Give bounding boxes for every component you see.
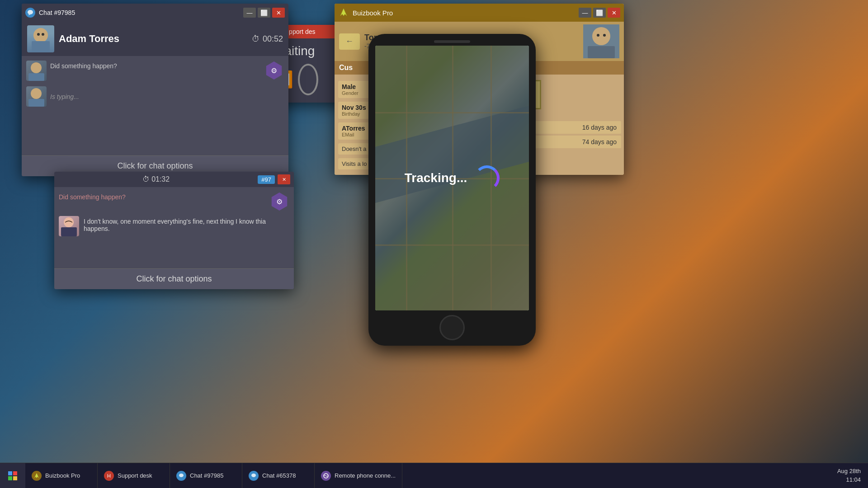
taskbar-chat1-icon bbox=[176, 471, 186, 481]
bb-avatar bbox=[583, 24, 619, 58]
doesnt-value: Doesn't a bbox=[342, 145, 367, 152]
taskbar-chat2-icon bbox=[249, 471, 259, 481]
taskbar-remote-label: Remote phone conne... bbox=[335, 472, 396, 479]
back-button[interactable]: ← bbox=[339, 33, 360, 50]
chat-lower-close[interactable]: ✕ bbox=[278, 174, 290, 184]
user-name: Adam Torres bbox=[59, 33, 119, 45]
buizbook-logo bbox=[338, 7, 349, 18]
taskbar: Buizbook Pro H Support desk Chat #97985 … bbox=[0, 463, 868, 488]
loading-spinner bbox=[474, 165, 500, 191]
buizbook-close[interactable]: ✕ bbox=[608, 8, 620, 18]
window-controls: — ⬜ ✕ bbox=[243, 8, 285, 18]
buizbook-minimize[interactable]: — bbox=[579, 8, 591, 18]
taskbar-chat1[interactable]: Chat #97985 bbox=[170, 463, 242, 488]
hex-badge-1: ⚙ bbox=[265, 61, 283, 80]
svg-point-22 bbox=[251, 474, 256, 477]
taskbar-buizbook[interactable]: Buizbook Pro bbox=[25, 463, 98, 488]
buizbook-maximize[interactable]: ⬜ bbox=[593, 8, 606, 18]
svg-point-15 bbox=[597, 34, 599, 37]
typing-text: Is typing... bbox=[50, 91, 284, 102]
svg-rect-8 bbox=[28, 99, 44, 107]
taskbar-support-icon: H bbox=[104, 471, 114, 481]
taskbar-support[interactable]: H Support desk bbox=[98, 463, 170, 488]
chat-options-label-2: Click for chat options bbox=[136, 274, 212, 283]
taskbar-chat2[interactable]: Chat #65378 bbox=[242, 463, 315, 488]
lower-hex-icon: ⚙ bbox=[269, 192, 289, 211]
lower-msg-text-2: I don't know, one moment everything's fi… bbox=[84, 216, 289, 234]
svg-point-1 bbox=[33, 28, 48, 42]
chat-window-97985: Chat #97985 — ⬜ ✕ Adam Torres bbox=[22, 4, 288, 176]
lower-msg-text-1: Did something happen? bbox=[59, 192, 266, 202]
svg-point-7 bbox=[31, 88, 42, 99]
taskbar-chat2-label: Chat #65378 bbox=[262, 472, 296, 479]
svg-rect-14 bbox=[588, 46, 615, 58]
lower-avatar-2 bbox=[59, 216, 79, 236]
chat-97985-title: Chat #97985 bbox=[39, 9, 75, 16]
start-button[interactable] bbox=[0, 463, 25, 488]
taskbar-buizbook-label: Buizbook Pro bbox=[45, 472, 80, 479]
lower-msg-row-2: I don't know, one moment everything's fi… bbox=[59, 216, 289, 236]
minimize-button[interactable]: — bbox=[243, 8, 256, 18]
svg-point-3 bbox=[37, 33, 40, 36]
svg-point-21 bbox=[179, 474, 184, 477]
taskbar-remote[interactable]: Remote phone conne... bbox=[315, 463, 402, 488]
chat-options-label-1: Click for chat options bbox=[117, 161, 193, 170]
svg-rect-18 bbox=[13, 471, 17, 475]
map-background: Tracking... bbox=[375, 46, 529, 310]
phone-home-button[interactable] bbox=[439, 315, 465, 340]
user-avatar bbox=[27, 25, 54, 52]
message-row-1: Did something happen? ⚙ bbox=[26, 61, 284, 81]
chat-header: Adam Torres ⏱ 00:52 bbox=[22, 22, 288, 56]
taskbar-support-label: Support desk bbox=[118, 472, 152, 479]
clock-icon: ⏱ bbox=[252, 34, 260, 44]
close-button[interactable]: ✕ bbox=[272, 8, 285, 18]
buizbook-window-controls: — ⬜ ✕ bbox=[579, 8, 620, 18]
chat-messages: Did something happen? ⚙ Is typing... bbox=[22, 56, 288, 155]
phone-speaker bbox=[434, 40, 470, 43]
message-text-1: Did something happen? bbox=[50, 61, 260, 71]
typing-avatar bbox=[26, 86, 47, 107]
visits-value: Visits a lo bbox=[342, 160, 367, 167]
tracking-text: Tracking... bbox=[405, 171, 467, 185]
chat-number-badge: #97 bbox=[258, 175, 275, 184]
buizbook-titlebar: Buizbook Pro — ⬜ ✕ bbox=[335, 4, 624, 22]
maximize-button[interactable]: ⬜ bbox=[258, 8, 270, 18]
timer-value: 00:52 bbox=[263, 34, 283, 44]
svg-rect-10 bbox=[61, 227, 77, 236]
lower-messages: Did something happen? ⚙ I don't know, on… bbox=[54, 187, 294, 268]
lower-msg-row-1: Did something happen? ⚙ bbox=[59, 192, 289, 211]
typing-row: Is typing... bbox=[26, 84, 284, 108]
svg-rect-19 bbox=[8, 476, 12, 480]
svg-point-0 bbox=[28, 10, 33, 14]
chat-lower-timer: ⏱ 01:32 bbox=[142, 175, 170, 183]
chat-body: Adam Torres ⏱ 00:52 Did something happen… bbox=[22, 22, 288, 176]
chat-options-button-2[interactable]: Click for chat options bbox=[54, 268, 294, 289]
taskbar-buizbook-icon bbox=[32, 471, 42, 481]
message-icon-1: ⚙ bbox=[264, 61, 284, 80]
chat-timer: ⏱ 00:52 bbox=[252, 34, 283, 44]
msg-avatar-1 bbox=[26, 61, 47, 81]
circle-indicator bbox=[298, 64, 318, 95]
taskbar-chat1-label: Chat #97985 bbox=[190, 472, 223, 479]
buizbook-title: Buizbook Pro bbox=[353, 9, 393, 17]
taskbar-clock: Aug 28th 11:04 bbox=[830, 467, 868, 483]
phone-device: 🌐 16% 11:04 ▼ ✕ Tracking... bbox=[368, 34, 536, 346]
taskbar-date: Aug 28th bbox=[837, 467, 861, 475]
phone-screen: 🌐 16% 11:04 ▼ ✕ Tracking... bbox=[375, 46, 529, 310]
tracking-overlay: Tracking... bbox=[375, 46, 529, 310]
user-name-block: Adam Torres bbox=[59, 33, 119, 45]
chat-icon bbox=[25, 8, 35, 18]
svg-rect-2 bbox=[32, 41, 50, 52]
taskbar-remote-icon bbox=[321, 471, 331, 481]
svg-rect-20 bbox=[13, 476, 17, 480]
chat-window-lower: ⏱ 01:32 #97 ✕ Did something happen? ⚙ I … bbox=[54, 172, 294, 289]
svg-rect-17 bbox=[8, 471, 12, 475]
svg-rect-6 bbox=[28, 73, 44, 81]
taskbar-time: 11:04 bbox=[837, 476, 861, 484]
svg-point-13 bbox=[592, 27, 610, 45]
tab-label: Cus bbox=[339, 64, 353, 72]
svg-point-4 bbox=[42, 33, 44, 36]
chat-lower-titlebar: ⏱ 01:32 #97 ✕ bbox=[54, 172, 294, 187]
chat-97985-titlebar[interactable]: Chat #97985 — ⬜ ✕ bbox=[22, 4, 288, 22]
svg-point-5 bbox=[31, 62, 42, 73]
